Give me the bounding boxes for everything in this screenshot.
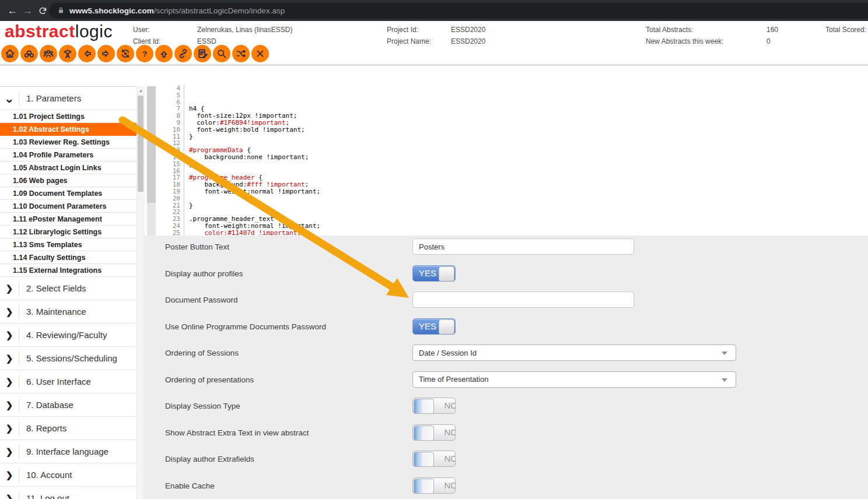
sidebar-item-1-14-faculty-settings[interactable]: 1.14 Faculty Settings [0, 251, 136, 264]
project-name-value: ESSD2020 [451, 37, 485, 45]
address-bar[interactable]: www5.shocklogic.com/scripts/abstractLogi… [49, 3, 868, 19]
display-author-profiles-toggle[interactable]: YES [412, 265, 456, 282]
search-icon [216, 48, 228, 59]
browser-reload-icon[interactable] [36, 4, 49, 17]
sidebar-section-3-maintenance[interactable]: ❯3. Maintenance [0, 300, 136, 324]
display-author-extrafields-toggle[interactable]: NO [412, 451, 456, 467]
toggle-handle[interactable] [414, 452, 434, 467]
sidebar-section-4-reviewing-faculty[interactable]: ❯4. Reviewing/Faculty [0, 324, 136, 347]
sidebar-section-5-sessions-scheduling[interactable]: ❯5. Sessions/Scheduling [0, 347, 136, 370]
toggle-state-label: NO [444, 454, 456, 463]
editor-scrollbar-thumb[interactable] [147, 86, 156, 203]
code-text [184, 168, 189, 175]
sidebar-section-6-user-interface[interactable]: ❯6. User Interface [0, 370, 136, 393]
toggle-handle[interactable] [439, 319, 454, 335]
toggle-handle[interactable] [414, 426, 434, 441]
chevron-right-icon: ❯ [0, 423, 19, 434]
sidebar-section-1-parameters[interactable]: ⌄1. Parameters [0, 87, 136, 110]
sidebar-nav: ⌄1. Parameters1.01 Project Settings1.02 … [0, 86, 136, 499]
browser-forward-icon[interactable]: → [21, 4, 34, 17]
code-text: color:#11407d !important; [184, 230, 301, 236]
sidebar-section-8-reports[interactable]: ❯8. Reports [0, 417, 136, 440]
binoculars-icon [23, 48, 35, 59]
link-button[interactable] [174, 45, 192, 62]
sidebar-section-11-log-out[interactable]: ❯11. Log out [0, 487, 136, 499]
sidebar-item-1-09-document-templates[interactable]: 1.09 Document Templates [0, 187, 136, 200]
sidebar-item-1-12-librarylogic-settings[interactable]: 1.12 Librarylogic Settings [0, 226, 136, 238]
show-abstract-extra-text-toggle[interactable]: NO [412, 424, 456, 441]
sidebar-item-1-11-eposter-management[interactable]: 1.11 ePoster Management [0, 213, 136, 226]
toggle-state-label: NO [444, 400, 456, 410]
url-domain: www5.shocklogic.com [69, 6, 154, 15]
sidebar-section-label: 3. Maintenance [26, 307, 86, 317]
document-password-input[interactable] [412, 291, 634, 308]
sidebar-item-1-01-project-settings[interactable]: 1.01 Project Settings [0, 110, 136, 123]
sidebar-section-label: 8. Reports [26, 423, 66, 433]
new-abstracts-value: 0 [766, 37, 771, 45]
chevron-right-icon: ❯ [0, 400, 19, 410]
sidebar-section-7-database[interactable]: ❯7. Database [0, 393, 136, 417]
code-line: 15} [156, 161, 868, 168]
sidebar-section-label: 7. Database [26, 400, 74, 410]
faculty-button[interactable] [59, 45, 76, 62]
report-button[interactable] [194, 45, 211, 62]
divider [19, 445, 19, 459]
scrollbar-thumb[interactable] [138, 96, 144, 192]
toggle-handle[interactable] [439, 266, 454, 282]
enable-cache-toggle[interactable]: NO [412, 477, 456, 494]
arrow-right-button[interactable] [97, 45, 115, 62]
shuffle-button[interactable] [232, 45, 250, 62]
sidebar-section-9-interface-language[interactable]: ❯9. Interface language [0, 440, 136, 463]
sidebar-section-label: 11. Log out [26, 493, 69, 499]
users-button[interactable] [40, 45, 57, 62]
divider [19, 491, 19, 499]
sidebar-item-1-02-abstract-settings[interactable]: 1.02 Abstract Settings [0, 123, 136, 136]
scrollbar-up-icon[interactable]: ▲ [137, 88, 145, 93]
poster-button-text-label: Poster Button Text [165, 243, 229, 251]
sidebar-section-2-select-fields[interactable]: ❯2. Select Fields [0, 277, 136, 300]
project-id-value: ESSD2020 [451, 26, 485, 34]
ordering-of-presentations-select[interactable]: Time of Presentation [412, 371, 736, 388]
code-line: 25 color:#11407d !important; [156, 230, 868, 236]
toggle-handle[interactable] [414, 399, 434, 414]
selected-value: Date / Session Id [419, 349, 477, 357]
ordering-of-sessions-select[interactable]: Date / Session Id [412, 345, 736, 361]
editor-scrollbar[interactable] [147, 86, 156, 236]
sidebar-item-1-03-reviewer-reg-settings[interactable]: 1.03 Reviewer Reg. Settings [0, 136, 136, 149]
toggle-handle[interactable] [414, 479, 434, 494]
logo-primary: abstract [5, 22, 75, 41]
sidebar-item-1-06-web-pages[interactable]: 1.06 Web pages [0, 174, 136, 187]
sidebar-item-1-05-abstract-login-links[interactable]: 1.05 Abstract Login Links [0, 161, 136, 174]
use-online-programme-documents-password-toggle[interactable]: YES [412, 318, 456, 335]
poster-button-text-input[interactable] [412, 238, 634, 255]
divider [19, 282, 19, 296]
close-button[interactable] [251, 45, 269, 62]
search-button[interactable] [213, 45, 230, 62]
chevron-down-icon: ⌄ [0, 96, 19, 101]
sidebar-section-10-account[interactable]: ❯10. Account [0, 463, 136, 487]
project-id-label: Project Id: [387, 26, 418, 34]
css-code-editor[interactable]: 4567h4 {8 font-size:12px !important;9 co… [156, 85, 868, 236]
form-row: Show Abstract Extra Text in view abstrac… [144, 424, 868, 441]
sync-button[interactable] [117, 45, 134, 62]
code-text [184, 85, 189, 92]
form-row: Enable CacheNO [144, 477, 868, 494]
help-button[interactable]: ? [136, 45, 153, 62]
sidebar-item-1-15-external-integrations[interactable]: 1.15 External Integrations [0, 264, 136, 277]
sidebar-item-1-04-profile-parameters[interactable]: 1.04 Profile Parameters [0, 149, 136, 161]
home-button[interactable] [1, 45, 19, 62]
binoculars-button[interactable] [20, 45, 38, 62]
sidebar-item-1-13-sms-templates[interactable]: 1.13 Sms Templates [0, 238, 136, 251]
form-row: Use Online Programme Documents PasswordY… [144, 318, 868, 335]
display-session-type-toggle[interactable]: NO [412, 398, 456, 414]
users-icon [43, 48, 54, 59]
code-line: 10 font-weight:bold !important; [156, 126, 868, 133]
arrow-left-button[interactable] [78, 45, 96, 62]
sidebar-item-1-10-document-parameters[interactable]: 1.10 Document Parameters [0, 200, 136, 213]
app-logo: abstractlogic [5, 22, 113, 41]
arrow-up-button[interactable] [155, 45, 173, 62]
chevron-down-icon [722, 352, 727, 355]
browser-back-icon[interactable]: ← [6, 4, 19, 17]
line-number: 14 [156, 154, 184, 161]
code-text: } [184, 133, 193, 140]
